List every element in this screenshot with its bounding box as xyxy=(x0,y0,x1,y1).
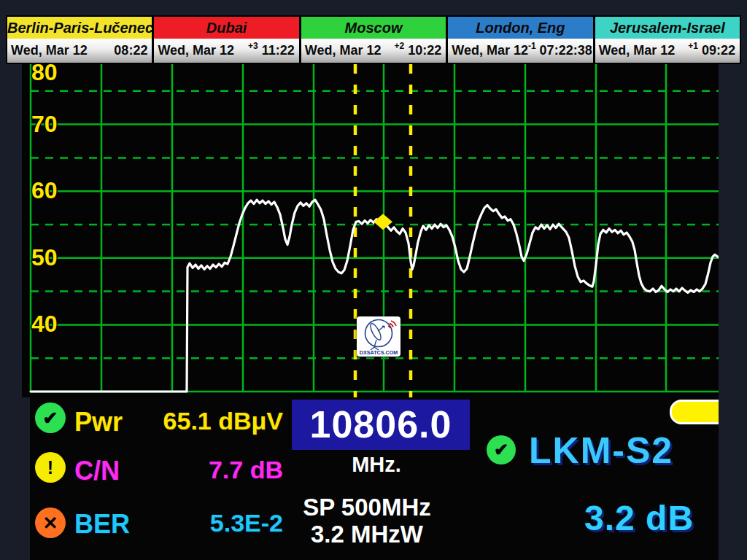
clock-date: Wed, Mar 12 xyxy=(448,43,528,58)
clock-city-label: London, Eng xyxy=(448,17,592,39)
clock-time: 09:22 xyxy=(702,43,740,58)
clock-time-row: Wed, Mar 12 08:22 xyxy=(7,39,152,63)
clock-cell-dubai[interactable]: Dubai Wed, Mar 12 +3 11:22 xyxy=(152,17,298,63)
cn-value: 7.7 dB xyxy=(103,456,283,484)
y-axis-tick-label: 70 xyxy=(31,111,58,137)
clock-time: 11:22 xyxy=(262,43,299,58)
satellite-meter-screen: Berlin-Paris-Lučenec Wed, Mar 12 08:22 D… xyxy=(0,0,747,560)
y-axis-tick-label: 80 xyxy=(31,64,58,85)
standard-label: LKM-S2 xyxy=(529,429,673,472)
pwr-value: 65.1 dBμV xyxy=(103,407,283,435)
cn-status-warning-icon: ! xyxy=(35,452,66,483)
dxsatcs-watermark-logo: DXSATCS.COM xyxy=(357,316,400,357)
clock-cell-london[interactable]: London, Eng Wed, Mar 12 -1 07:22:38 xyxy=(446,17,592,63)
clock-city-label: Berlin-Paris-Lučenec xyxy=(7,17,152,39)
clock-time-row: Wed, Mar 12 +1 09:22 xyxy=(595,39,740,63)
clock-utc-offset: +1 xyxy=(688,41,698,51)
clock-time: 08:22 xyxy=(114,43,152,58)
battery-indicator xyxy=(670,400,719,424)
clock-utc-offset: +3 xyxy=(248,41,258,51)
y-axis-tick-label: 50 xyxy=(31,244,58,271)
clock-time-row: Wed, Mar 12 +2 10:22 xyxy=(301,39,446,63)
frequency-display[interactable]: 10806.0 xyxy=(292,400,470,450)
ber-status-fail-icon: ✕ xyxy=(35,508,66,538)
clock-utc-offset: +2 xyxy=(394,41,404,51)
bandwidth-label: 3.2 MHzW xyxy=(243,521,491,548)
clock-cell-jerusalem[interactable]: Jerusalem-Israel Wed, Mar 12 +1 09:22 xyxy=(593,17,740,63)
y-axis-tick-label: 60 xyxy=(31,177,58,203)
spectrum-trace xyxy=(31,200,719,392)
clock-time: 10:22 xyxy=(408,43,446,58)
clock-date: Wed, Mar 12 xyxy=(595,43,676,58)
clock-city-label: Jerusalem-Israel xyxy=(595,17,740,39)
satellite-dish-icon xyxy=(365,320,397,351)
clock-utc-offset: -1 xyxy=(528,41,536,51)
clock-date: Wed, Mar 12 xyxy=(154,43,234,58)
clock-time-row: Wed, Mar 12 -1 07:22:38 xyxy=(448,39,592,63)
readout-panel: ✔ Pwr 65.1 dBμV ! C/N 7.7 dB ✕ BER 5.3E-… xyxy=(30,397,719,560)
level-right-value: 3.2 dB xyxy=(584,498,694,538)
world-clock-bar: Berlin-Paris-Lučenec Wed, Mar 12 08:22 D… xyxy=(6,15,741,64)
standard-lock-ok-icon: ✔ xyxy=(487,435,516,464)
clock-date: Wed, Mar 12 xyxy=(301,43,382,58)
clock-cell-moscow[interactable]: Moscow Wed, Mar 12 +2 10:22 xyxy=(299,17,446,63)
clock-cell-berlin-paris-lucenec[interactable]: Berlin-Paris-Lučenec Wed, Mar 12 08:22 xyxy=(7,17,152,63)
clock-city-label: Dubai xyxy=(154,17,298,39)
clock-date: Wed, Mar 12 xyxy=(7,43,88,58)
clock-city-label: Moscow xyxy=(301,17,446,39)
watermark-text: DXSATCS.COM xyxy=(360,349,398,356)
span-label: SP 500MHz xyxy=(243,494,491,521)
clock-time-row: Wed, Mar 12 +3 11:22 xyxy=(154,39,298,63)
y-axis-tick-label: 40 xyxy=(31,311,58,337)
frequency-unit-label: MHz. xyxy=(287,453,465,477)
pwr-status-ok-icon: ✔ xyxy=(35,402,66,433)
clock-time: 07:22:38 xyxy=(540,43,597,58)
